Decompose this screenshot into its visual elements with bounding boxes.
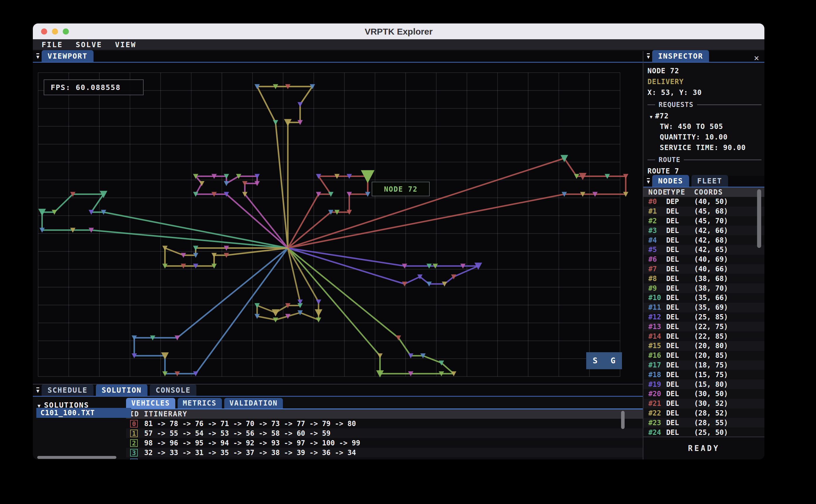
- node-id: #6: [643, 255, 666, 263]
- node-coords: (25, 50): [694, 428, 764, 437]
- bottom-panel: ▼ SCHEDULE SOLUTION CONSOLE ▼SOLUTIONS C…: [33, 384, 643, 459]
- tab-schedule[interactable]: SCHEDULE: [42, 384, 93, 396]
- node-row-11[interactable]: #11DEL(35, 69): [643, 303, 764, 312]
- bottom-tabs: ▼ SCHEDULE SOLUTION CONSOLE: [33, 384, 643, 397]
- grid-toggle-button[interactable]: G: [604, 352, 622, 369]
- node-row-22[interactable]: #22DEL(28, 52): [643, 408, 764, 418]
- node-row-18[interactable]: #18DEL(15, 75): [643, 370, 764, 379]
- node-row-23[interactable]: #23DEL(28, 55): [643, 418, 764, 428]
- node-row-12[interactable]: #12DEL(25, 85): [643, 312, 764, 322]
- inspector-node-coords: X: 53, Y: 30: [647, 88, 764, 97]
- node-row-24[interactable]: #24DEL(25, 50): [643, 428, 764, 437]
- node-row-2[interactable]: #2DEL(45, 70): [643, 216, 764, 226]
- node-marker-59[interactable]: [273, 120, 278, 125]
- node-coords: (20, 80): [694, 342, 764, 350]
- requests-section-label: REQUESTS: [647, 101, 764, 108]
- vehicle-row-1[interactable]: 157 -> 55 -> 54 -> 53 -> 56 -> 58 -> 60 …: [126, 428, 643, 438]
- route-map[interactable]: [33, 63, 641, 384]
- node-id: #7: [643, 265, 666, 273]
- inspector-node-title: NODE 72: [647, 67, 764, 75]
- node-type: DEL: [666, 351, 694, 360]
- request-caret-icon: ▼: [650, 114, 653, 120]
- request-item[interactable]: ▼#72: [650, 112, 764, 120]
- route-section-label: ROUTE: [647, 156, 764, 164]
- node-id: #13: [643, 323, 666, 331]
- node-marker-8[interactable]: [272, 309, 279, 316]
- tab-viewport[interactable]: VIEWPORT: [42, 50, 93, 62]
- node-row-3[interactable]: #3DEL(42, 66): [643, 226, 764, 235]
- node-coords: (40, 66): [694, 265, 764, 273]
- inspector-body: NODE 72 DELIVERY X: 53, Y: 30 REQUESTS ▼…: [643, 63, 764, 176]
- menu-item-solve[interactable]: SOLVE: [76, 40, 102, 49]
- node-row-15[interactable]: #15DEL(20, 80): [643, 341, 764, 351]
- node-row-6[interactable]: #6DEL(40, 69): [643, 255, 764, 264]
- node-row-4[interactable]: #4DEL(42, 68): [643, 235, 764, 245]
- tab-inspector[interactable]: INSPECTOR: [652, 50, 709, 62]
- node-coords: (42, 65): [694, 246, 764, 254]
- titlebar: VRPTK Explorer: [33, 23, 764, 39]
- node-type: DEL: [666, 313, 694, 321]
- node-marker-46[interactable]: [224, 181, 229, 186]
- nodes-scrollbar-thumb[interactable]: [757, 189, 761, 248]
- node-marker-75[interactable]: [316, 299, 321, 304]
- node-id: #17: [643, 361, 666, 369]
- node-marker-99[interactable]: [377, 353, 383, 358]
- node-coords: (28, 52): [694, 409, 764, 417]
- route-path-7: [288, 176, 368, 248]
- vehicles-scrollbar-thumb[interactable]: [621, 411, 625, 429]
- node-id: #1: [643, 207, 666, 215]
- tab-solution[interactable]: SOLUTION: [96, 384, 147, 396]
- node-row-16[interactable]: #16DEL(20, 85): [643, 351, 764, 360]
- tab-fleet[interactable]: FLEET: [691, 175, 728, 187]
- vehicle-row-0[interactable]: 081 -> 78 -> 76 -> 71 -> 70 -> 73 -> 77 …: [126, 419, 643, 428]
- node-row-19[interactable]: #19DEL(15, 80): [643, 379, 764, 389]
- node-row-14[interactable]: #14DEL(22, 85): [643, 331, 764, 341]
- snap-toggle-button[interactable]: S: [586, 352, 604, 369]
- fps-overlay: FPS: 60.088558: [44, 79, 144, 95]
- node-row-21[interactable]: #21DEL(30, 52): [643, 399, 764, 408]
- node-row-1[interactable]: #1DEL(45, 68): [643, 207, 764, 216]
- menu-item-view[interactable]: VIEW: [115, 40, 136, 49]
- collapse-viewport-icon[interactable]: ▼: [36, 53, 39, 59]
- solution-item-c101[interactable]: C101_100.TXT: [36, 408, 131, 418]
- collapse-bottom-icon[interactable]: ▼: [36, 387, 39, 394]
- close-inspector-icon[interactable]: ×: [754, 53, 759, 63]
- node-type: DEL: [666, 207, 694, 215]
- vehicle-row-3[interactable]: 332 -> 33 -> 31 -> 35 -> 37 -> 38 -> 39 …: [126, 448, 643, 457]
- subtab-vehicles[interactable]: VEHICLES: [126, 398, 175, 408]
- node-row-17[interactable]: #17DEL(18, 75): [643, 360, 764, 370]
- menubar: FILE SOLVE VIEW: [33, 39, 764, 50]
- nodes-table-header: NODE TYPE COORDS: [643, 188, 764, 197]
- node-id: #22: [643, 409, 666, 417]
- node-row-20[interactable]: #20DEL(30, 50): [643, 389, 764, 399]
- tab-nodes[interactable]: NODES: [652, 175, 689, 187]
- horizontal-scrollbar-thumb[interactable]: [37, 456, 116, 459]
- node-id: #8: [643, 275, 666, 283]
- node-row-0[interactable]: #0DEP(40, 50): [643, 197, 764, 207]
- node-coords: (35, 66): [694, 294, 764, 302]
- node-type: DEL: [666, 371, 694, 379]
- node-row-8[interactable]: #8DEL(38, 68): [643, 274, 764, 283]
- node-marker-2[interactable]: [316, 318, 321, 323]
- node-coords: (20, 85): [694, 351, 764, 360]
- vehicle-row-4[interactable]: 413 -> 17 -> 18 -> 19 -> 15 -> 16 -> 14 …: [126, 457, 643, 459]
- subtab-metrics[interactable]: METRICS: [178, 398, 222, 408]
- tab-console[interactable]: CONSOLE: [150, 384, 196, 396]
- node-coords: (30, 52): [694, 399, 764, 408]
- vehicle-row-2[interactable]: 298 -> 96 -> 95 -> 94 -> 92 -> 93 -> 97 …: [126, 438, 643, 448]
- node-row-7[interactable]: #7DEL(40, 66): [643, 264, 764, 274]
- node-type: DEL: [666, 409, 694, 417]
- node-row-13[interactable]: #13DEL(22, 75): [643, 322, 764, 331]
- node-row-9[interactable]: #9DEL(38, 70): [643, 283, 764, 293]
- collapse-inspector-icon[interactable]: ▼: [647, 53, 650, 59]
- collapse-nodes-icon[interactable]: ▼: [647, 178, 650, 184]
- subtab-validation[interactable]: VALIDATION: [224, 398, 283, 408]
- node-row-10[interactable]: #10DEL(35, 66): [643, 293, 764, 303]
- nodes-panel-header: ▼ NODES FLEET: [643, 176, 764, 188]
- node-marker-54[interactable]: [297, 102, 303, 107]
- node-marker-1[interactable]: [315, 309, 322, 316]
- request-quantity: QUANTITY: 10.00: [660, 133, 764, 141]
- viewport-canvas[interactable]: FPS: 60.088558 NODE 72 S G: [33, 63, 643, 384]
- menu-item-file[interactable]: FILE: [42, 40, 63, 49]
- node-row-5[interactable]: #5DEL(42, 65): [643, 245, 764, 255]
